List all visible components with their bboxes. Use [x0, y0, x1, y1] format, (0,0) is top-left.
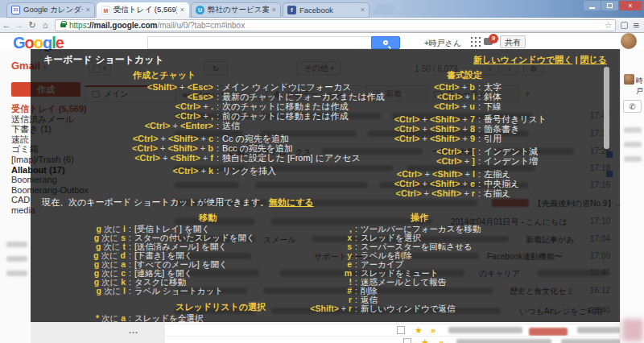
- calendar-icon: 31: [11, 6, 20, 14]
- forward-icon[interactable]: →: [13, 20, 26, 30]
- key-label: <Shift>: [430, 114, 460, 124]
- key-label: <Shift>: [168, 134, 198, 143]
- colon: :: [213, 143, 222, 153]
- close-dialog-link[interactable]: 閉じる: [580, 55, 607, 64]
- url-host: ://mail.google.com: [87, 21, 158, 30]
- url-field[interactable]: https ://mail.google.com /mail/u/0/?tab=…: [55, 19, 616, 31]
- search-input[interactable]: [147, 36, 371, 49]
- key-label: <Esc>: [188, 92, 213, 101]
- importance-icon: »: [439, 337, 444, 343]
- shortcut-description: Cc の宛先を追加: [222, 134, 289, 143]
- shortcut-keys: <Ctrl> + <Shift> + f: [40, 153, 213, 163]
- hangouts-rail: 時戸 ✆: [620, 49, 644, 343]
- back-icon[interactable]: ←: [0, 20, 13, 30]
- shortcut-description: Bcc の宛先を追加: [222, 143, 293, 153]
- url-scheme: https: [69, 21, 87, 30]
- shortcut-keys: <Ctrl> + b: [330, 82, 475, 92]
- section-navigation: 移動g 次に i:[受信トレイ] を開くg 次に s:スターの付いたスレッドを開…: [68, 213, 255, 295]
- refresh-icon[interactable]: ↻: [26, 20, 39, 31]
- browser-tab[interactable]: fFacebook×: [283, 2, 369, 18]
- logo-letter: G: [13, 34, 25, 52]
- shortcut-row: <Ctrl> + [:インデント減: [330, 147, 547, 156]
- key-separator: +: [419, 179, 430, 188]
- key-separator: +: [460, 124, 470, 134]
- key-label: <Ctrl>: [134, 153, 160, 163]
- gmail-icon: M: [101, 6, 110, 14]
- open-new-window-link[interactable]: 新しいウィンドウで開く: [473, 55, 572, 64]
- shortcut-description: 新しいウィンドウで返信: [361, 304, 455, 313]
- screen: 31Google カレンダー×M受信トレイ (5,569) - m...×U弊社…: [0, 0, 644, 343]
- key-label: <Ctrl>: [394, 124, 420, 134]
- hangouts-avatar: [624, 74, 634, 85]
- key-label: <Shift>: [430, 134, 460, 143]
- key-label: b: [208, 143, 213, 153]
- blurred-contact: [624, 142, 642, 147]
- shortcut-description: 前のチャットに移動または作成: [222, 111, 348, 121]
- star-icon[interactable]: ★: [415, 325, 423, 336]
- profile-link[interactable]: +時戸さん: [424, 38, 461, 49]
- search-icon: [383, 40, 388, 45]
- colon: :: [475, 114, 484, 124]
- hangouts-name: 時戸: [636, 76, 644, 97]
- shortcut-description: 右揃え: [484, 188, 510, 198]
- key-separator: +: [423, 169, 433, 179]
- colon: :: [126, 314, 134, 323]
- row-checkbox[interactable]: [397, 326, 405, 334]
- dialog-scrollbar[interactable]: [604, 67, 609, 149]
- new-tab-button[interactable]: [373, 4, 398, 14]
- notification-badge: 9: [489, 34, 498, 43]
- shortcut-row: <Ctrl> + <Shift> + 8:箇条書き: [330, 124, 547, 134]
- key-label: <Shift>: [310, 304, 339, 313]
- apps-grid-icon[interactable]: [471, 37, 481, 47]
- search-button[interactable]: [371, 36, 400, 49]
- chat-more-label[interactable]: ...: [129, 325, 138, 335]
- shortcut-keys: <Ctrl> + <Shift> + b: [40, 143, 213, 153]
- browser-menu-icon[interactable]: ≡: [633, 19, 639, 31]
- tab-close-icon[interactable]: ×: [180, 6, 184, 14]
- shortcut-keys: <Ctrl> + i: [330, 92, 475, 101]
- shortcut-row: <Ctrl> + <Shift> + l:左揃え: [330, 169, 547, 179]
- browser-tab[interactable]: 31Google カレンダー×: [6, 2, 95, 18]
- minimize-button[interactable]: [584, 1, 601, 10]
- shortcut-keys: g 次に l: [68, 287, 126, 295]
- key-label: <Ctrl>: [396, 188, 422, 198]
- call-button[interactable]: ✆: [623, 100, 642, 113]
- shortcut-description: 箇条書き: [484, 124, 519, 134]
- colon: :: [213, 166, 222, 176]
- colon: :: [352, 304, 361, 313]
- tab-close-icon[interactable]: ×: [361, 6, 365, 14]
- key-label: <Ctrl>: [437, 92, 463, 101]
- extension-icon[interactable]: [621, 22, 628, 29]
- colon: :: [475, 101, 484, 111]
- tab-close-icon[interactable]: ×: [86, 6, 90, 14]
- key-separator: +: [198, 143, 208, 153]
- tab-close-icon[interactable]: ×: [272, 6, 276, 14]
- blurred-chat-item: [6, 271, 27, 276]
- shortcut-description: 中央揃え: [484, 179, 519, 188]
- tab-title: 弊社のサービス案内のA...: [208, 5, 269, 15]
- disable-shortcuts-link[interactable]: 無効にする: [269, 197, 314, 207]
- key-label: <Shift>: [170, 153, 200, 163]
- star-icon[interactable]: ★: [421, 337, 429, 343]
- shortcut-row: #:削除: [304, 287, 481, 295]
- browser-tab[interactable]: M受信トレイ (5,569) - m...×: [97, 2, 189, 18]
- shortcut-keys: <Ctrl> + u: [330, 101, 475, 111]
- bookmark-star-icon[interactable]: ☆: [605, 20, 613, 31]
- shortcut-keys: <Ctrl> + <Shift> + 9: [330, 134, 475, 143]
- padlock-icon: [60, 23, 66, 27]
- close-window-button[interactable]: ×: [619, 1, 642, 10]
- shortcut-description: 左揃え: [484, 169, 510, 179]
- share-button[interactable]: 共有: [500, 35, 526, 48]
- avatar[interactable]: [621, 33, 637, 49]
- shortcut-description: 下線: [484, 101, 502, 111]
- maximize-button[interactable]: [601, 1, 618, 10]
- browser-tab[interactable]: U弊社のサービス案内のA...×: [191, 2, 281, 18]
- browser-address-bar: ← → ↻ ⌂ https ://mail.google.com /mail/u…: [0, 18, 644, 33]
- dialog-title: キーボード ショートカット: [43, 53, 164, 67]
- browser-tab-strip: 31Google カレンダー×M受信トレイ (5,569) - m...×U弊社…: [0, 0, 644, 18]
- home-icon[interactable]: ⌂: [39, 20, 52, 30]
- key-label: <Ctrl>: [394, 179, 420, 188]
- key-label: <Shift>: [431, 188, 461, 198]
- row-checkbox[interactable]: [403, 338, 411, 343]
- key-label: u: [469, 101, 475, 111]
